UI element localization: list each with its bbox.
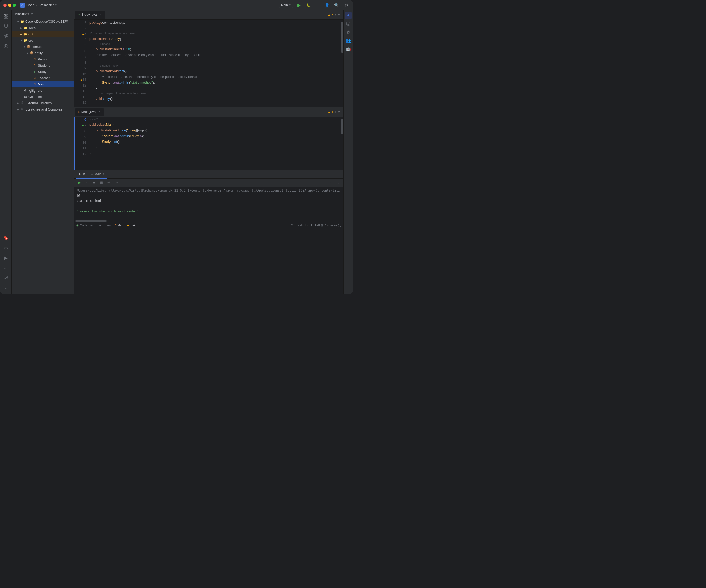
- tree-label: src: [29, 39, 33, 42]
- breadcrumb-test[interactable]: test: [106, 224, 111, 227]
- activity-bottom-icon[interactable]: ↓: [1, 283, 11, 292]
- collapse-icon[interactable]: ∧: [335, 13, 337, 17]
- main-scrollbar[interactable]: [341, 117, 343, 170]
- tree-item-study[interactable]: ▶ I Study: [12, 69, 74, 75]
- stop-button[interactable]: ■: [91, 180, 97, 186]
- minimize-button[interactable]: [8, 4, 11, 7]
- tree-item-idea[interactable]: ▶ 📁 .idea: [12, 25, 74, 31]
- main-java-tab[interactable]: ○ Main.java ×: [75, 108, 104, 116]
- scroll-up-button[interactable]: ↑: [328, 180, 334, 186]
- softrap-button[interactable]: ↵: [106, 180, 112, 186]
- class-icon: C: [33, 76, 37, 80]
- tree-arrow: ▶: [19, 26, 23, 30]
- activity-buildtools-icon[interactable]: ▶: [1, 253, 11, 263]
- branch-info[interactable]: ⎇ master ∨: [39, 3, 57, 7]
- svg-rect-0: [4, 14, 6, 16]
- code-line-10: }: [89, 85, 339, 91]
- screenshot-button[interactable]: ⊡: [98, 180, 105, 186]
- debug-button[interactable]: 🐛: [305, 2, 312, 8]
- tree-item-code[interactable]: ▾ 📁 Code ~/Desktop/CS/JavaSE基: [12, 18, 74, 25]
- maximize-button[interactable]: [13, 4, 16, 7]
- account-button[interactable]: 👤: [323, 2, 331, 8]
- study-scrollbar[interactable]: [341, 19, 343, 107]
- tree-item-src[interactable]: ▾ 📁 src: [12, 37, 74, 43]
- close-button[interactable]: [3, 4, 6, 7]
- tab-label: Study.java: [81, 12, 97, 16]
- settings-button[interactable]: ⚙: [342, 2, 350, 8]
- breadcrumb-src[interactable]: src: [90, 224, 94, 227]
- tab-close-button[interactable]: ×: [98, 13, 102, 16]
- main-config-button[interactable]: Main ∨: [279, 3, 293, 8]
- tab-close-button[interactable]: ×: [97, 110, 101, 114]
- database-icon[interactable]: [345, 20, 352, 27]
- activity-terminal-icon[interactable]: ▭: [1, 243, 11, 252]
- breadcrumb-main-method[interactable]: ●main: [127, 224, 136, 227]
- activity-git2-icon[interactable]: ⎇: [1, 273, 11, 282]
- search-button[interactable]: 🔍: [333, 2, 340, 8]
- tree-item-main[interactable]: ▶ C Main: [12, 81, 74, 87]
- status-git-branch[interactable]: ⊟: [321, 224, 323, 227]
- app-brand[interactable]: C Code ›: [20, 3, 37, 7]
- rerun-arrow[interactable]: ↑: [84, 180, 90, 186]
- titlebar: C Code › ⎇ master ∨ Main ∨ ▶ 🐛 ⋯ 👤 🔍 ⚙: [0, 0, 353, 10]
- traffic-lights: [3, 4, 16, 7]
- ai-users-icon[interactable]: 👥: [345, 37, 352, 44]
- status-vcs-icon[interactable]: ⚙: [291, 224, 293, 227]
- tree-item-entity[interactable]: ▾ 📦 entity: [12, 50, 74, 56]
- breadcrumb-main-class[interactable]: CMain: [114, 224, 124, 227]
- run-main-tab[interactable]: ▭ Main ×: [88, 170, 107, 179]
- tab-more-button[interactable]: ⋯: [213, 12, 219, 18]
- ai-assistant-icon[interactable]: ✦: [345, 12, 352, 19]
- tree-item-teacher[interactable]: ▶ C Teacher: [12, 75, 74, 81]
- tab-more-button[interactable]: ⋯: [212, 109, 219, 115]
- collapse-icon[interactable]: ∧: [335, 110, 337, 114]
- tree-item-student[interactable]: ▶ C Student: [12, 62, 74, 69]
- activity-bookmark-icon[interactable]: 🔖: [1, 233, 11, 243]
- activity-project-icon[interactable]: [1, 12, 11, 21]
- status-spaces[interactable]: 4 spaces: [324, 224, 337, 227]
- main-line-11: }: [89, 150, 339, 156]
- tree-item-out[interactable]: ▶ 📂 out: [12, 31, 74, 37]
- tree-item-person[interactable]: ▶ C Person: [12, 56, 74, 62]
- tree-item-scratches[interactable]: ▶ ✏ Scratches and Consoles: [12, 106, 74, 112]
- scrollbar-thumb[interactable]: [341, 119, 343, 134]
- breadcrumb-code[interactable]: Code: [80, 224, 87, 227]
- activity-git-icon[interactable]: [1, 22, 11, 31]
- expand-icon[interactable]: ∨: [338, 110, 340, 114]
- breadcrumb-com[interactable]: com: [97, 224, 104, 227]
- copilot-icon[interactable]: 🤖: [345, 45, 352, 52]
- tree-item-gitignore[interactable]: ▶ ⊘ .gitignore: [12, 87, 74, 93]
- brand-icon: C: [20, 3, 25, 7]
- class-tab-icon: ○: [78, 110, 80, 113]
- more-panel-button[interactable]: ⋯: [113, 180, 119, 186]
- status-v-icon[interactable]: V: [295, 224, 297, 227]
- tree-arrow: ▾: [16, 19, 20, 24]
- rerun-button[interactable]: ▶: [76, 180, 83, 186]
- tree-item-com-test[interactable]: ▾ 📦 com.test: [12, 43, 74, 50]
- run-tab[interactable]: Run: [76, 170, 88, 179]
- code-line-4: public static final int a = 10;: [89, 46, 339, 52]
- expand-icon[interactable]: ∨: [338, 13, 340, 17]
- status-expand-icon[interactable]: ⛶: [338, 224, 341, 227]
- cmd-line: /Users/eve/Library/Java/JavaVirtualMachi…: [76, 188, 341, 193]
- main-line-12: [89, 156, 339, 162]
- interface-tab-icon: ○: [78, 13, 80, 16]
- svg-rect-3: [6, 17, 8, 18]
- chatgpt-icon[interactable]: ✿: [345, 29, 352, 36]
- run-tab-close[interactable]: ×: [103, 172, 105, 175]
- more-button[interactable]: ⋯: [314, 2, 321, 8]
- tree-item-ext-libs[interactable]: ▶ 🏛 External Libraries: [12, 100, 74, 106]
- study-java-tab[interactable]: ○ Study.java ×: [75, 11, 105, 19]
- activity-plugins-icon[interactable]: [1, 32, 11, 41]
- horizontal-scrollbar[interactable]: [74, 220, 343, 222]
- main-line-8: System.out.println(Study.a);: [89, 133, 339, 139]
- activity-run-icon[interactable]: [1, 41, 11, 51]
- scrollbar-thumb[interactable]: [341, 22, 343, 53]
- h-scrollbar-thumb[interactable]: [75, 221, 107, 222]
- scroll-down-button[interactable]: ↓: [335, 180, 341, 186]
- run-button[interactable]: ▶: [296, 2, 303, 8]
- tree-label: com.test: [32, 45, 44, 49]
- tree-item-iml[interactable]: ▶ ▤ Code.iml: [12, 93, 74, 100]
- scratches-icon: ✏: [20, 107, 24, 111]
- activity-more-icon[interactable]: …: [1, 263, 11, 272]
